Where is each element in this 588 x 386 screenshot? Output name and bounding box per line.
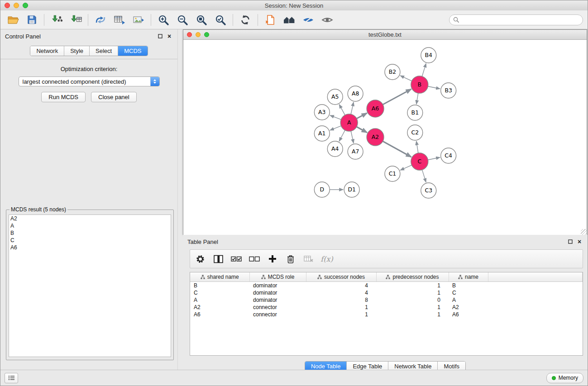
column-header-shared-name[interactable]: shared name bbox=[190, 272, 249, 282]
hide-details-button[interactable] bbox=[301, 13, 316, 27]
column-header-successor-nodes[interactable]: successor nodes bbox=[306, 272, 376, 282]
graph-edge-A-A5[interactable] bbox=[339, 105, 345, 115]
table-float-panel-button[interactable] bbox=[567, 238, 574, 245]
column-header-predecessor-nodes[interactable]: predecessor nodes bbox=[376, 272, 449, 282]
graph-node-D1[interactable]: D1 bbox=[344, 182, 359, 197]
mcds-result-item[interactable]: B bbox=[9, 229, 171, 237]
zoom-in-button[interactable] bbox=[156, 13, 171, 27]
delete-column-button[interactable] bbox=[285, 253, 296, 265]
table-cell[interactable]: 1 bbox=[376, 289, 449, 296]
import-table-button[interactable] bbox=[68, 13, 83, 27]
save-session-button[interactable] bbox=[24, 13, 39, 27]
graph-node-A[interactable]: A bbox=[340, 114, 358, 131]
table-cell[interactable]: 1 bbox=[306, 311, 376, 318]
network-graph[interactable]: AA1A2A3A4A5A6A7A8BB1B2B3B4CC1C2C3C4DD1 bbox=[183, 40, 587, 235]
graph-edge-A-A8[interactable] bbox=[351, 102, 354, 114]
table-cell[interactable]: C bbox=[449, 289, 488, 296]
tab-style[interactable]: Style bbox=[64, 46, 89, 56]
graph-node-A3[interactable]: A3 bbox=[314, 105, 330, 120]
graph-edge-A-A7[interactable] bbox=[351, 131, 354, 143]
table-cell[interactable]: connector bbox=[249, 311, 306, 318]
graph-edge-B-B2[interactable] bbox=[400, 76, 412, 81]
table-cell[interactable]: 8 bbox=[306, 296, 376, 304]
column-header-MCDS-role[interactable]: MCDS role bbox=[249, 272, 306, 282]
graph-edge-B-B4[interactable] bbox=[422, 63, 426, 76]
graph-edge-A-A1[interactable] bbox=[330, 126, 341, 130]
graph-edge-C-C1[interactable] bbox=[400, 165, 411, 170]
graph-node-C[interactable]: C bbox=[411, 153, 428, 170]
table-cell[interactable]: connector bbox=[249, 304, 306, 311]
table-cell[interactable]: 1 bbox=[376, 282, 449, 290]
table-row[interactable]: A2connector11A2 bbox=[190, 304, 583, 311]
graph-edge-A-A3[interactable] bbox=[330, 115, 341, 119]
table-cell[interactable]: B bbox=[190, 282, 249, 290]
graph-node-A7[interactable]: A7 bbox=[348, 144, 363, 159]
open-session-button[interactable] bbox=[5, 13, 20, 27]
table-cell[interactable]: dominator bbox=[249, 289, 306, 296]
mcds-result-list[interactable]: A2ABCA6 bbox=[9, 214, 171, 357]
run-mcds-button[interactable]: Run MCDS bbox=[41, 92, 86, 102]
graph-edge-C-C2[interactable] bbox=[416, 141, 418, 153]
graph-node-C1[interactable]: C1 bbox=[385, 166, 400, 181]
table-cell[interactable]: 1 bbox=[306, 304, 376, 311]
graph-edge-C-C4[interactable] bbox=[428, 157, 440, 160]
graph-node-A2[interactable]: A2 bbox=[367, 129, 384, 146]
graph-edge-A-A2[interactable] bbox=[357, 127, 367, 133]
tab-mcds[interactable]: MCDS bbox=[118, 46, 147, 56]
table-row[interactable]: A6connector11A6 bbox=[190, 311, 583, 318]
graph-node-A8[interactable]: A8 bbox=[348, 86, 363, 101]
graph-edge-B-B1[interactable] bbox=[416, 93, 418, 104]
table-row[interactable]: Cdominator41C bbox=[190, 289, 583, 296]
graph-node-A4[interactable]: A4 bbox=[327, 141, 343, 157]
table-cell[interactable]: 1 bbox=[376, 311, 449, 318]
table-settings-button[interactable] bbox=[195, 253, 206, 265]
window-resize-grip[interactable] bbox=[581, 229, 587, 235]
table-cell[interactable]: A6 bbox=[449, 311, 488, 318]
graph-node-B1[interactable]: B1 bbox=[407, 105, 423, 120]
report-button[interactable] bbox=[263, 13, 278, 27]
graph-node-C2[interactable]: C2 bbox=[407, 125, 423, 140]
graph-node-D[interactable]: D bbox=[314, 182, 330, 197]
tab-select[interactable]: Select bbox=[89, 46, 118, 56]
graph-edge-C-C3[interactable] bbox=[422, 170, 426, 182]
graph-edge-A6-B[interactable] bbox=[383, 89, 411, 105]
graph-edge-A2-C[interactable] bbox=[383, 141, 411, 157]
network-canvas[interactable]: AA1A2A3A4A5A6A7A8BB1B2B3B4CC1C2C3C4DD1 bbox=[183, 40, 587, 235]
table-cell[interactable]: A bbox=[190, 296, 249, 304]
table-row[interactable]: Bdominator41B bbox=[190, 282, 583, 290]
graph-node-B3[interactable]: B3 bbox=[441, 83, 456, 98]
export-image-button[interactable] bbox=[131, 13, 146, 27]
table-cell[interactable]: 0 bbox=[376, 296, 449, 304]
graph-node-B2[interactable]: B2 bbox=[385, 64, 400, 80]
deselect-all-columns-button[interactable] bbox=[249, 253, 260, 265]
home-button[interactable] bbox=[282, 13, 297, 27]
table-cell[interactable]: A2 bbox=[449, 304, 488, 311]
delete-table-button[interactable] bbox=[303, 253, 314, 265]
table-cell[interactable]: dominator bbox=[249, 282, 306, 290]
import-network-button[interactable] bbox=[49, 13, 64, 27]
apply-layout-button[interactable] bbox=[238, 13, 253, 27]
zoom-selected-button[interactable] bbox=[213, 13, 228, 27]
close-panel-action-button[interactable]: Close panel bbox=[91, 92, 137, 102]
search-input[interactable] bbox=[461, 16, 579, 24]
table-cell[interactable]: A bbox=[449, 296, 488, 304]
graph-node-C4[interactable]: C4 bbox=[441, 148, 456, 163]
graph-node-B[interactable]: B bbox=[411, 76, 428, 93]
table-close-panel-button[interactable]: × bbox=[576, 238, 583, 245]
table-cell[interactable]: 4 bbox=[306, 282, 376, 290]
graph-edge-A-A4[interactable] bbox=[339, 130, 345, 141]
show-columns-button[interactable] bbox=[213, 253, 224, 265]
table-cell[interactable]: 1 bbox=[376, 304, 449, 311]
table-cell[interactable]: C bbox=[190, 289, 249, 296]
show-details-button[interactable] bbox=[320, 13, 335, 27]
task-history-button[interactable] bbox=[5, 373, 18, 383]
graph-node-A6[interactable]: A6 bbox=[367, 100, 384, 117]
graph-edge-B-B3[interactable] bbox=[428, 86, 440, 89]
create-column-button[interactable] bbox=[267, 253, 278, 265]
graph-node-A1[interactable]: A1 bbox=[314, 126, 330, 141]
column-header-name[interactable]: name bbox=[449, 272, 488, 282]
float-panel-button[interactable] bbox=[157, 33, 164, 40]
new-network-button[interactable] bbox=[93, 13, 108, 27]
network-from-table-button[interactable] bbox=[112, 13, 127, 27]
table-cell[interactable]: B bbox=[449, 282, 488, 290]
